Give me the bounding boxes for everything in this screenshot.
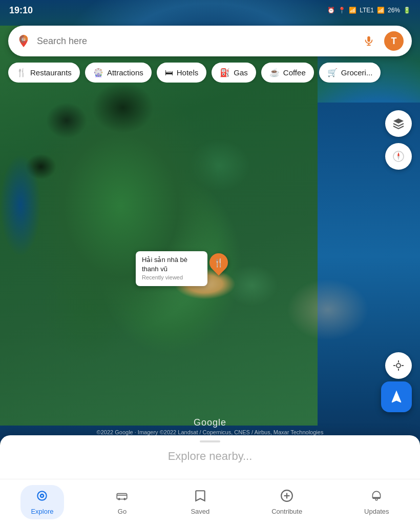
contribute-label: Contribute <box>271 508 302 515</box>
status-time: 19:10 <box>9 5 33 16</box>
nav-saved[interactable]: Saved <box>180 485 220 519</box>
restaurants-icon: 🍴 <box>16 68 27 77</box>
status-icons: ⏰ 📍 📶 LTE1 📶 26% 🔋 <box>327 7 411 14</box>
svg-rect-2 <box>367 36 370 42</box>
map-controls <box>385 110 412 170</box>
svg-point-13 <box>41 495 43 496</box>
go-icon <box>115 489 129 506</box>
bottom-nav: Explore Go Saved Contri <box>0 479 420 525</box>
network-icon: LTE1 <box>360 7 374 14</box>
map-dark-patch-2 <box>46 103 87 138</box>
nav-explore[interactable]: Explore <box>20 485 64 519</box>
map-attribution: Google ©2022 Google · Imagery ©2022 Land… <box>0 417 420 435</box>
saved-icon <box>194 489 207 506</box>
category-gas[interactable]: ⛽ Gas <box>212 63 256 83</box>
category-restaurants[interactable]: 🍴 Restaurants <box>8 63 80 83</box>
svg-point-16 <box>124 498 126 500</box>
pin-icon: 🍴 <box>206 250 232 276</box>
sheet-handle <box>200 440 220 442</box>
coffee-label: Coffee <box>283 68 306 77</box>
contribute-icon <box>280 489 293 506</box>
place-marker[interactable]: Hải sản nhà bè thanh vũ Recently viewed … <box>136 251 228 286</box>
svg-point-6 <box>396 364 401 368</box>
explore-icon <box>35 489 49 506</box>
attractions-icon: 🎡 <box>93 68 103 77</box>
nav-go[interactable]: Go <box>105 485 139 519</box>
wifi-icon: 📶 <box>349 7 356 14</box>
settlement-area <box>287 279 369 340</box>
saved-label: Saved <box>191 508 209 515</box>
copyright-text: ©2022 Google · Imagery ©2022 Landsat / C… <box>0 429 420 435</box>
google-brand: Google <box>0 417 420 428</box>
explore-nearby-text: Explore nearby... <box>0 450 420 463</box>
attractions-label: Attractions <box>107 68 143 77</box>
my-location-button[interactable] <box>385 352 412 379</box>
go-label: Go <box>118 508 127 515</box>
category-bar: 🍴 Restaurants 🎡 Attractions 🛏 Hotels ⛽ G… <box>0 63 420 83</box>
updates-icon <box>370 489 383 506</box>
place-callout: Hải sản nhà bè thanh vũ Recently viewed <box>136 251 207 286</box>
google-maps-logo <box>16 34 31 48</box>
groceries-label: Groceri... <box>341 68 373 77</box>
battery-text: 26% <box>388 7 400 14</box>
status-bar: 19:10 ⏰ 📍 📶 LTE1 📶 26% 🔋 <box>0 0 420 21</box>
land-mass <box>0 26 318 426</box>
compass-button[interactable] <box>385 143 412 170</box>
battery-icon: 🔋 <box>403 7 411 14</box>
category-hotels[interactable]: 🛏 Hotels <box>157 63 207 83</box>
microphone-icon[interactable] <box>360 32 378 50</box>
nav-contribute[interactable]: Contribute <box>261 485 312 519</box>
place-name: Hải sản nhà bè thanh vũ <box>142 255 201 274</box>
user-avatar[interactable]: T <box>384 31 404 51</box>
category-attractions[interactable]: 🎡 Attractions <box>85 63 152 83</box>
nav-updates[interactable]: Updates <box>354 485 399 519</box>
restaurants-label: Restaurants <box>30 68 72 77</box>
place-subtitle: Recently viewed <box>142 274 201 281</box>
svg-rect-20 <box>373 497 381 499</box>
explore-label: Explore <box>31 508 53 515</box>
signal-bars-icon: 📶 <box>377 7 385 14</box>
groceries-icon: 🛒 <box>327 68 338 77</box>
category-groceries[interactable]: 🛒 Groceri... <box>319 63 381 83</box>
directions-fab[interactable] <box>381 381 412 412</box>
svg-point-15 <box>118 498 120 500</box>
layers-button[interactable] <box>385 110 412 137</box>
updates-label: Updates <box>364 508 389 515</box>
alarm-icon: ⏰ <box>327 7 335 14</box>
coffee-icon: ☕ <box>269 68 280 77</box>
category-coffee[interactable]: ☕ Coffee <box>261 63 314 83</box>
search-bar[interactable]: T <box>8 26 412 56</box>
water-left <box>0 154 41 256</box>
gas-icon: ⛽ <box>220 68 230 77</box>
location-status-icon: 📍 <box>338 7 346 14</box>
search-input[interactable] <box>37 36 353 47</box>
hotels-label: Hotels <box>177 68 199 77</box>
gas-label: Gas <box>234 68 248 77</box>
map-dark-patch-1 <box>92 82 154 133</box>
hotels-icon: 🛏 <box>165 68 173 77</box>
